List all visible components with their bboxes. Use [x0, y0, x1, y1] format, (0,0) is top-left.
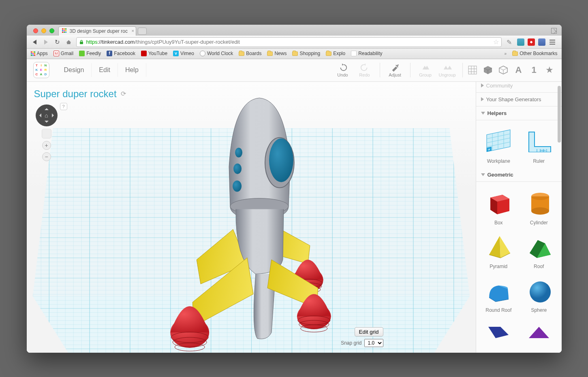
reload-button[interactable]	[53, 38, 62, 46]
opera-icon[interactable]	[528, 38, 535, 46]
home-button[interactable]	[65, 38, 73, 46]
bookmark-boards[interactable]: Boards	[239, 51, 261, 56]
url-path: /things/cptPUuy9YuT-super-duper-rocket/e…	[135, 39, 239, 45]
project-title[interactable]: Super duper rocket ⟳	[34, 88, 126, 100]
star-icon[interactable]: ★	[544, 64, 555, 76]
redo-button[interactable]: Redo	[354, 63, 376, 77]
svg-text:w: w	[488, 147, 490, 151]
close-tab-icon[interactable]: ×	[131, 28, 134, 33]
adjust-icon	[391, 63, 400, 72]
solid-cube-icon[interactable]	[482, 64, 494, 76]
bookmark-worldclock[interactable]: World Clock	[200, 51, 233, 56]
shape-sphere[interactable]: Sphere	[520, 273, 558, 313]
bookmark-apps[interactable]: Apps	[31, 51, 48, 56]
sync-icon[interactable]: ⟳	[121, 90, 126, 98]
shape-roundroof[interactable]: Round Roof	[479, 273, 518, 313]
svg-rect-0	[80, 42, 83, 44]
work-area: Super duper rocket ⟳ ? + − Edit grid	[27, 82, 562, 353]
orbit-control[interactable]	[36, 104, 58, 126]
scene-3d	[27, 82, 476, 353]
grid-controls: Edit grid Snap grid 1.0	[341, 327, 383, 347]
snap-grid-select[interactable]: 1.0	[364, 339, 383, 347]
panel-community[interactable]: Community	[476, 82, 562, 93]
bookmark-vimeo[interactable]: VVimeo	[173, 51, 194, 56]
shape-cylinder[interactable]: Cylinder	[520, 186, 558, 226]
zoom-window-icon[interactable]	[49, 28, 54, 33]
svg-text:mm: mm	[540, 149, 546, 152]
bookmark-feedly[interactable]: Feedly	[79, 51, 101, 56]
delicious-icon[interactable]	[517, 38, 524, 46]
shape-partial-2[interactable]	[520, 317, 558, 349]
zoom-out-button[interactable]: −	[42, 152, 51, 161]
address-bar[interactable]: https ://tinkercad.com /things/cptPUuy9Y…	[76, 37, 502, 47]
undo-icon	[338, 63, 347, 72]
bookmarks-bar: Apps MGmail Feedly fFacebook YouTube VVi…	[27, 49, 562, 59]
forward-button[interactable]	[42, 38, 50, 46]
canvas[interactable]: Super duper rocket ⟳ ? + − Edit grid	[27, 82, 476, 353]
fit-view-button[interactable]	[42, 129, 51, 138]
chevron-down-icon	[481, 173, 485, 176]
new-tab-button[interactable]	[138, 28, 147, 35]
panel-generators[interactable]: Your Shape Generators	[476, 93, 562, 106]
minimize-window-icon[interactable]	[41, 28, 46, 33]
shape-box[interactable]: Box	[479, 186, 518, 226]
bookmark-shopping[interactable]: Shopping	[292, 51, 320, 56]
group-icon	[421, 63, 430, 72]
folder-icon	[267, 51, 273, 56]
number-1-icon[interactable]: 1	[528, 64, 540, 76]
evernote-icon[interactable]: ✎	[507, 38, 514, 46]
panel-geometric[interactable]: Geometric	[476, 168, 562, 182]
bookmark-other[interactable]: Other Bookmarks	[512, 51, 557, 56]
browser-window: 3D design Super duper roc × https ://tin…	[27, 25, 562, 353]
separator	[380, 63, 380, 77]
snap-grid-label: Snap grid	[341, 340, 361, 346]
hole-cube-icon[interactable]	[498, 64, 509, 76]
helper-ruler[interactable]: mm Ruler	[520, 124, 558, 164]
tab-strip: 3D design Super duper roc ×	[27, 25, 562, 36]
panel-helpers[interactable]: Helpers	[476, 106, 562, 120]
extension-icons: ✎	[505, 38, 558, 46]
clock-icon	[200, 51, 205, 56]
maximize-icon[interactable]	[551, 28, 557, 34]
helper-workplane[interactable]: w Workplane	[479, 124, 518, 164]
chevron-down-icon	[481, 112, 485, 115]
feedly-icon	[79, 51, 85, 56]
menu-icon[interactable]	[549, 38, 556, 46]
extension-icon[interactable]	[538, 38, 545, 46]
shape-partial-1[interactable]	[479, 317, 518, 349]
gmail-icon: M	[53, 51, 59, 56]
shape-pyramid[interactable]: Pyramid	[479, 230, 518, 269]
close-window-icon[interactable]	[33, 28, 38, 33]
browser-tab[interactable]: 3D design Super duper roc ×	[58, 26, 136, 36]
bookmark-gmail[interactable]: MGmail	[53, 51, 73, 56]
youtube-icon	[141, 51, 147, 56]
shape-roof[interactable]: Roof	[520, 230, 558, 269]
edit-grid-button[interactable]: Edit grid	[355, 327, 383, 337]
page-icon	[351, 51, 357, 56]
help-icon[interactable]: ?	[60, 103, 67, 110]
bookmark-readability[interactable]: Readability	[351, 51, 382, 56]
bookmark-star-icon[interactable]: ☆	[492, 38, 499, 46]
scrollbar[interactable]	[558, 86, 561, 143]
menu-edit[interactable]: Edit	[92, 63, 118, 77]
bookmark-youtube[interactable]: YouTube	[141, 51, 167, 56]
adjust-button[interactable]: Adjust	[384, 63, 406, 77]
group-button[interactable]: Group	[415, 63, 436, 77]
bookmark-explo[interactable]: Explo	[326, 51, 345, 56]
undo-button[interactable]: Undo	[332, 63, 354, 77]
chevron-right-icon	[481, 97, 484, 101]
svg-point-10	[233, 163, 242, 174]
menu-help[interactable]: Help	[118, 63, 146, 77]
svg-point-8	[269, 138, 293, 182]
back-button[interactable]	[31, 38, 39, 46]
overflow-chevron-icon[interactable]: »	[505, 51, 507, 56]
workplane-tool-icon[interactable]	[467, 64, 478, 76]
bookmark-news[interactable]: News	[267, 51, 287, 56]
tinkercad-logo-icon[interactable]: TINKERCAD	[33, 62, 49, 78]
bookmark-facebook[interactable]: fFacebook	[107, 51, 135, 56]
svg-point-27	[530, 281, 551, 302]
ungroup-button[interactable]: Ungroup	[436, 63, 458, 77]
menu-design[interactable]: Design	[57, 63, 92, 77]
zoom-in-button[interactable]: +	[42, 141, 51, 150]
letter-a-icon[interactable]: A	[513, 64, 524, 76]
